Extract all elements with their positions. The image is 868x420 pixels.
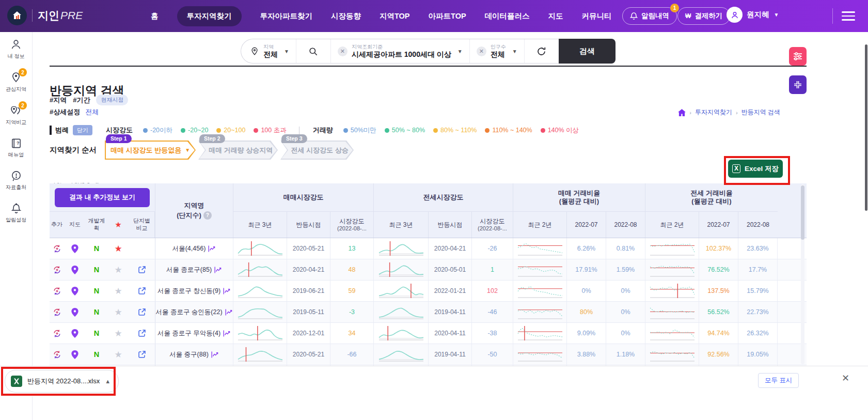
- price-chart-icon[interactable]: [223, 288, 231, 294]
- favorite-star-icon[interactable]: ★: [114, 244, 122, 253]
- table-row: N ★ 서울 종로구 숭인동(22) 2019-05-11 -3 2019-04…: [50, 302, 807, 323]
- nav-item-데이터플러스[interactable]: 데이터플러스: [485, 11, 530, 21]
- sidebar-item-지역비교[interactable]: 지역비교2: [0, 98, 32, 131]
- nav-item-지도[interactable]: 지도: [548, 11, 563, 21]
- downloaded-file-chip[interactable]: 반등지역 2022-08....xlsx ▲: [5, 370, 119, 393]
- breadcrumb-item[interactable]: 투자지역찾기: [695, 108, 732, 117]
- nav-item-시장동향[interactable]: 시장동향: [331, 11, 361, 21]
- help-icon[interactable]: ?: [203, 211, 212, 220]
- map-pin-icon[interactable]: [71, 287, 78, 295]
- add-region-button[interactable]: [53, 287, 61, 295]
- floating-filter-button[interactable]: [789, 47, 807, 66]
- development-plan-icon[interactable]: N: [94, 350, 99, 359]
- sidebar-item-내정보[interactable]: 내 정보: [0, 32, 32, 65]
- nav-item-투자아파트찾기[interactable]: 투자아파트찾기: [260, 11, 313, 21]
- add-region-button[interactable]: [53, 244, 61, 253]
- brand-logo[interactable]: 지인PRE: [7, 6, 83, 25]
- criteria-filter[interactable]: ✕ 지역조회기준 시세제공아파트 1000세대 이상 ▼: [331, 39, 470, 63]
- complex-compare-icon[interactable]: [138, 329, 146, 337]
- floating-collapse-button[interactable]: [789, 75, 807, 94]
- sub-column-header: 반등시점: [287, 212, 330, 238]
- home-icon[interactable]: [678, 109, 686, 116]
- nav-item-커뮤니티[interactable]: 커뮤니티: [582, 11, 612, 21]
- jeonse-volume-sparkline: [645, 302, 699, 322]
- map-pin-icon[interactable]: [71, 308, 78, 317]
- region-name[interactable]: 서울 종로구 무악동(4): [157, 329, 220, 338]
- nav-item-지역TOP[interactable]: 지역TOP: [380, 11, 410, 21]
- breadcrumb-item[interactable]: 반등지역 검색: [741, 108, 780, 117]
- favorite-star-icon[interactable]: ★: [114, 287, 122, 295]
- add-region-button[interactable]: [53, 329, 61, 338]
- development-plan-icon[interactable]: N: [94, 244, 99, 253]
- legend-close-button[interactable]: 닫기: [73, 125, 92, 135]
- region-name[interactable]: 서울 종로구 숭인동(22): [155, 308, 222, 317]
- complex-compare-icon[interactable]: [138, 350, 146, 359]
- favorite-star-icon[interactable]: ★: [114, 308, 122, 317]
- reset-filters-button[interactable]: [525, 39, 559, 63]
- jeonse-volume-2022-08: 15.79%: [738, 281, 778, 301]
- development-plan-icon[interactable]: N: [94, 308, 99, 316]
- clear-criteria-icon[interactable]: ✕: [338, 46, 348, 56]
- hamburger-menu-icon[interactable]: [842, 11, 855, 21]
- search-submit-button[interactable]: 검색: [559, 39, 616, 64]
- add-region-button[interactable]: [53, 350, 61, 359]
- map-pin-icon[interactable]: [71, 350, 78, 359]
- sale-volume-2022-07: 0%: [567, 281, 606, 301]
- legend-item: 80% ~ 110%: [433, 127, 477, 134]
- favorite-star-icon[interactable]: ★: [114, 329, 122, 338]
- user-menu[interactable]: 원지혜 ▼: [727, 7, 779, 23]
- development-plan-icon[interactable]: N: [94, 266, 99, 274]
- price-chart-icon[interactable]: [208, 245, 216, 252]
- nav-item-투자지역찾기[interactable]: 투자지역찾기: [177, 6, 242, 26]
- clear-population-icon[interactable]: ✕: [477, 46, 486, 56]
- chevron-up-icon[interactable]: ▲: [105, 378, 111, 384]
- payment-button[interactable]: ₩ 결제하기: [677, 7, 730, 25]
- map-pin-icon[interactable]: [71, 329, 78, 338]
- price-chart-icon[interactable]: [225, 309, 233, 316]
- complex-compare-icon[interactable]: [138, 308, 146, 316]
- complex-compare-icon[interactable]: [138, 287, 146, 295]
- sale-volume-2022-08: 0%: [606, 323, 645, 344]
- development-plan-icon[interactable]: N: [94, 287, 99, 295]
- add-region-button[interactable]: [53, 308, 61, 317]
- download-bar-close-icon[interactable]: ✕: [839, 372, 853, 384]
- excel-save-button[interactable]: X Excel 저장: [728, 160, 783, 178]
- breadcrumb: › 투자지역찾기 › 반등지역 검색: [678, 108, 780, 117]
- add-region-button[interactable]: [53, 266, 61, 274]
- region-filter[interactable]: 지역 전체 ▼: [241, 39, 296, 63]
- favorite-star-icon[interactable]: ★: [114, 266, 122, 274]
- region-name[interactable]: 서울 중구(88): [169, 350, 209, 359]
- page-scrollbar-thumb[interactable]: [865, 44, 867, 211]
- column-group-jeonse-volume: 전세 거래비율(월평균 대비): [645, 183, 778, 212]
- detail-setting-link[interactable]: 전체: [85, 107, 99, 117]
- sidebar-item-관심지역[interactable]: 관심지역2: [0, 65, 32, 98]
- region-name[interactable]: 서울 종로구 창신동(9): [157, 287, 220, 295]
- nav-item-홈[interactable]: 홈: [151, 11, 159, 21]
- sidebar-item-알림설정[interactable]: 알림설정: [0, 196, 32, 229]
- region-name[interactable]: 서울 종로구(85): [166, 266, 212, 274]
- complex-compare-icon[interactable]: [138, 266, 146, 274]
- show-all-downloads-button[interactable]: 모두 표시: [758, 373, 799, 388]
- extra-info-button[interactable]: 결과 내 추가정보 보기: [55, 188, 150, 207]
- search-icon-button[interactable]: [296, 39, 331, 63]
- nav-item-아파트TOP[interactable]: 아파트TOP: [429, 11, 466, 21]
- map-pin-icon[interactable]: [71, 244, 78, 253]
- table-scrollbar[interactable]: [801, 184, 804, 364]
- notifications-button[interactable]: 알림내역 1: [622, 7, 677, 25]
- price-chart-icon[interactable]: [223, 330, 231, 337]
- price-chart-icon[interactable]: [214, 267, 222, 273]
- jeonse-strength-sparkline: [374, 302, 429, 322]
- jeonse-rebound-date: 2020-05-01: [429, 259, 472, 280]
- region-name[interactable]: 서울(4,456): [172, 244, 206, 253]
- step-1[interactable]: Step 1매매 시장강도 반등없음▼: [105, 141, 196, 160]
- sale-volume-2022-07: 6.26%: [567, 238, 606, 259]
- location-pin-icon: [250, 46, 259, 56]
- sidebar-item-자료출처[interactable]: 자료출처: [0, 164, 32, 196]
- favorite-star-icon[interactable]: ★: [114, 350, 122, 359]
- development-plan-icon[interactable]: N: [94, 329, 99, 337]
- population-filter[interactable]: ✕ 인구수 전체 ▼: [470, 39, 525, 63]
- column-favorite: ★: [107, 212, 129, 238]
- sidebar-item-매뉴얼[interactable]: ?매뉴얼: [0, 131, 32, 164]
- map-pin-icon[interactable]: [71, 266, 78, 274]
- price-chart-icon[interactable]: [211, 351, 219, 358]
